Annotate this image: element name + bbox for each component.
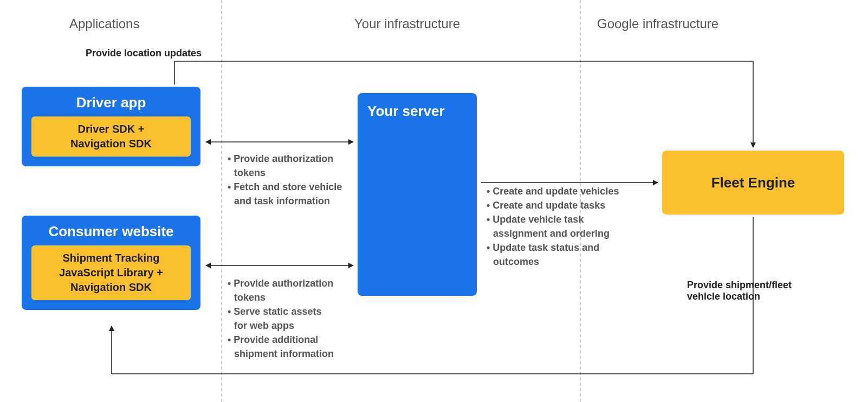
edge-label-top: Provide location updates <box>86 48 202 59</box>
driver-app-box: Driver app Driver SDK + Navigation SDK <box>22 87 200 166</box>
consumer-website-inner: Shipment Tracking JavaScript Library + N… <box>31 245 191 300</box>
fleet-engine-box: Fleet Engine <box>662 151 844 215</box>
bullets-consumer-server: Provide authorization tokens Serve stati… <box>228 276 334 361</box>
your-server-title: Your server <box>367 103 467 120</box>
fleet-engine-title: Fleet Engine <box>711 174 795 191</box>
consumer-website-box: Consumer website Shipment Tracking JavaS… <box>22 216 200 310</box>
divider-1 <box>221 0 222 402</box>
bullets-server-fleet: Create and update vehicles Create and up… <box>487 184 619 269</box>
driver-app-title: Driver app <box>31 94 191 111</box>
section-applications: Applications <box>69 16 139 31</box>
section-google-infra: Google infrastructure <box>597 16 718 31</box>
your-server-box: Your server <box>358 93 477 296</box>
bullets-driver-server: Provide authorization tokens Fetch and s… <box>228 152 342 208</box>
driver-app-inner: Driver SDK + Navigation SDK <box>31 116 191 157</box>
consumer-website-title: Consumer website <box>31 223 191 240</box>
section-your-infra: Your infrastructure <box>354 16 460 31</box>
edge-label-bottom: Provide shipment/fleet vehicle location <box>687 280 792 302</box>
